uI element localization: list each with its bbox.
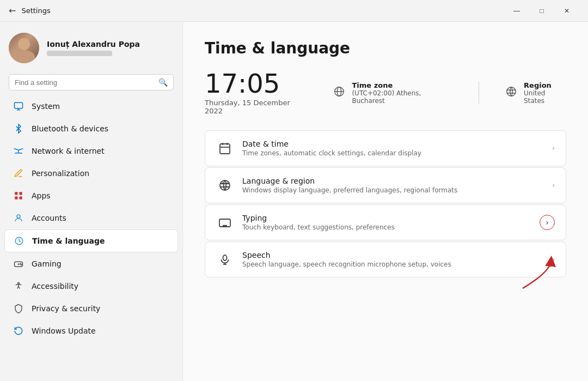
time-icon xyxy=(14,235,24,246)
settings-item-typing[interactable]: Typing Touch keyboard, text suggestions,… xyxy=(205,204,566,240)
main-content: Time & language 17:05 Thursday, 15 Decem… xyxy=(183,22,588,381)
header-divider xyxy=(479,82,479,104)
time-display: 17:05 Thursday, 15 December 2022 xyxy=(205,70,307,115)
personalization-icon xyxy=(13,168,24,179)
search-input[interactable] xyxy=(15,78,154,87)
speech-title: Speech xyxy=(242,251,543,259)
settings-item-language[interactable]: Language & region Windows display langua… xyxy=(205,167,566,203)
svg-point-14 xyxy=(507,87,516,96)
language-chevron: › xyxy=(552,182,555,189)
timezone-icon xyxy=(333,86,345,100)
close-button[interactable]: ✕ xyxy=(554,2,579,20)
sidebar-item-time[interactable]: Time & language xyxy=(4,229,178,252)
window-controls: — □ ✕ xyxy=(504,2,579,20)
sidebar-label-network: Network & internet xyxy=(32,147,105,155)
timezone-block: Time zone (UTC+02:00) Athens, Bucharest xyxy=(333,81,452,105)
bluetooth-icon xyxy=(13,123,24,134)
privacy-icon xyxy=(13,303,24,314)
search-box[interactable]: 🔍 xyxy=(9,74,174,90)
accounts-icon xyxy=(13,213,24,223)
language-title: Language & region xyxy=(242,177,543,185)
timezone-label: Time zone xyxy=(352,81,452,89)
svg-rect-3 xyxy=(15,197,17,199)
svg-rect-4 xyxy=(20,197,22,199)
gaming-icon xyxy=(13,258,24,269)
sidebar-label-accounts: Accounts xyxy=(32,214,66,222)
back-icon[interactable]: ← xyxy=(9,5,16,16)
svg-rect-1 xyxy=(15,192,17,195)
settings-list: Date & time Time zones, automatic clock … xyxy=(205,130,566,277)
sidebar-item-bluetooth[interactable]: Bluetooth & devices xyxy=(4,118,178,140)
region-value: United States xyxy=(524,89,566,105)
sidebar-item-accounts[interactable]: Accounts xyxy=(4,207,178,229)
svg-point-30 xyxy=(223,255,227,261)
svg-rect-0 xyxy=(15,102,23,108)
datetime-title: Date & time xyxy=(242,140,543,148)
sidebar-item-privacy[interactable]: Privacy & security xyxy=(4,298,178,319)
svg-point-9 xyxy=(21,264,22,265)
datetime-desc: Time zones, automatic clock settings, ca… xyxy=(242,149,543,157)
typing-icon xyxy=(216,214,234,231)
user-profile[interactable]: Ionuț Alexandru Popa xyxy=(0,22,182,72)
sidebar-label-apps: Apps xyxy=(32,191,51,200)
sidebar-label-accessibility: Accessibility xyxy=(32,282,78,291)
sidebar-item-system[interactable]: System xyxy=(4,95,178,117)
sidebar-label-bluetooth: Bluetooth & devices xyxy=(32,124,108,133)
svg-point-5 xyxy=(17,215,20,218)
timezone-value: (UTC+02:00) Athens, Bucharest xyxy=(352,89,452,105)
time-header: 17:05 Thursday, 15 December 2022 Time zo… xyxy=(205,70,566,115)
clock-display: 17:05 xyxy=(205,70,307,96)
accessibility-icon xyxy=(13,281,24,292)
svg-rect-15 xyxy=(220,144,230,154)
datetime-chevron: › xyxy=(552,144,555,152)
speech-icon xyxy=(216,251,234,268)
sidebar-label-privacy: Privacy & security xyxy=(32,304,100,313)
language-icon xyxy=(216,177,234,194)
speech-desc: Speech language, speech recognition micr… xyxy=(242,261,543,268)
sidebar-item-apps[interactable]: Apps xyxy=(4,185,178,207)
date-display: Thursday, 15 December 2022 xyxy=(205,99,307,115)
search-icon: 🔍 xyxy=(158,78,168,87)
sidebar-item-update[interactable]: Windows Update xyxy=(4,320,178,342)
sidebar-label-gaming: Gaming xyxy=(32,259,62,268)
minimize-button[interactable]: — xyxy=(504,2,529,20)
sidebar-label-update: Windows Update xyxy=(32,326,96,335)
typing-chevron: › xyxy=(540,215,555,230)
sidebar-label-time: Time & language xyxy=(32,237,105,245)
sidebar-nav: System Bluetooth & devices Network & int… xyxy=(0,95,182,342)
language-desc: Windows display language, preferred lang… xyxy=(242,186,543,194)
sidebar-label-personalization: Personalization xyxy=(32,169,89,178)
maximize-button[interactable]: □ xyxy=(529,2,554,20)
speech-chevron: › xyxy=(552,256,555,263)
datetime-icon xyxy=(216,140,234,157)
title-bar: ← Settings — □ ✕ xyxy=(0,0,588,22)
settings-item-datetime[interactable]: Date & time Time zones, automatic clock … xyxy=(205,130,566,166)
settings-list-wrapper: Date & time Time zones, automatic clock … xyxy=(205,130,566,277)
system-icon xyxy=(13,101,24,112)
typing-desc: Touch keyboard, text suggestions, prefer… xyxy=(242,223,531,231)
page-title: Time & language xyxy=(205,39,566,57)
region-icon xyxy=(505,86,517,100)
sidebar-item-personalization[interactable]: Personalization xyxy=(4,162,178,184)
region-block: Region United States xyxy=(505,81,566,105)
update-icon xyxy=(13,325,24,336)
user-name: Ionuț Alexandru Popa xyxy=(47,40,140,49)
sidebar-item-accessibility[interactable]: Accessibility xyxy=(4,275,178,297)
sidebar-item-network[interactable]: Network & internet xyxy=(4,140,178,162)
region-label: Region xyxy=(524,81,566,89)
apps-icon xyxy=(13,190,24,201)
avatar xyxy=(9,33,39,63)
typing-title: Typing xyxy=(242,214,531,222)
sidebar-item-gaming[interactable]: Gaming xyxy=(4,253,178,275)
sidebar-label-system: System xyxy=(32,102,60,111)
svg-rect-2 xyxy=(20,192,22,195)
settings-item-speech[interactable]: Speech Speech language, speech recogniti… xyxy=(205,241,566,277)
network-icon xyxy=(13,146,24,156)
app-title: Settings xyxy=(21,7,50,15)
sidebar: Ionuț Alexandru Popa 🔍 System xyxy=(0,22,183,381)
svg-point-19 xyxy=(220,180,230,190)
user-email xyxy=(47,51,112,56)
